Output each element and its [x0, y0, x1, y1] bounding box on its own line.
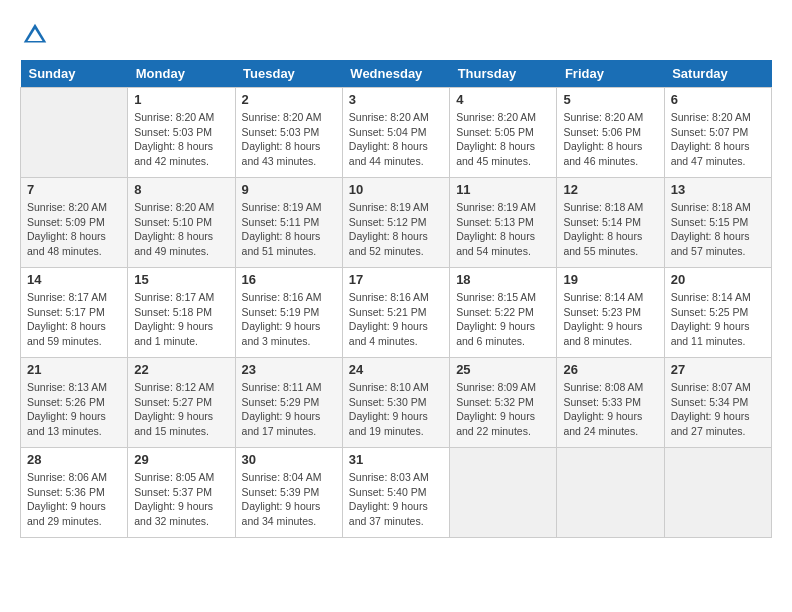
cell-info-text: Sunrise: 8:18 AM Sunset: 5:15 PM Dayligh… — [671, 200, 765, 259]
calendar-week-5: 28Sunrise: 8:06 AM Sunset: 5:36 PM Dayli… — [21, 448, 772, 538]
cell-info-text: Sunrise: 8:14 AM Sunset: 5:23 PM Dayligh… — [563, 290, 657, 349]
calendar-table: SundayMondayTuesdayWednesdayThursdayFrid… — [20, 60, 772, 538]
cell-date-number: 24 — [349, 362, 443, 377]
cell-info-text: Sunrise: 8:09 AM Sunset: 5:32 PM Dayligh… — [456, 380, 550, 439]
calendar-cell: 11Sunrise: 8:19 AM Sunset: 5:13 PM Dayli… — [450, 178, 557, 268]
cell-info-text: Sunrise: 8:05 AM Sunset: 5:37 PM Dayligh… — [134, 470, 228, 529]
calendar-cell: 29Sunrise: 8:05 AM Sunset: 5:37 PM Dayli… — [128, 448, 235, 538]
calendar-cell: 14Sunrise: 8:17 AM Sunset: 5:17 PM Dayli… — [21, 268, 128, 358]
calendar-header-row: SundayMondayTuesdayWednesdayThursdayFrid… — [21, 60, 772, 88]
cell-info-text: Sunrise: 8:20 AM Sunset: 5:06 PM Dayligh… — [563, 110, 657, 169]
calendar-cell: 10Sunrise: 8:19 AM Sunset: 5:12 PM Dayli… — [342, 178, 449, 268]
calendar-cell: 13Sunrise: 8:18 AM Sunset: 5:15 PM Dayli… — [664, 178, 771, 268]
cell-date-number: 27 — [671, 362, 765, 377]
calendar-cell: 5Sunrise: 8:20 AM Sunset: 5:06 PM Daylig… — [557, 88, 664, 178]
calendar-cell: 8Sunrise: 8:20 AM Sunset: 5:10 PM Daylig… — [128, 178, 235, 268]
cell-info-text: Sunrise: 8:14 AM Sunset: 5:25 PM Dayligh… — [671, 290, 765, 349]
calendar-cell: 31Sunrise: 8:03 AM Sunset: 5:40 PM Dayli… — [342, 448, 449, 538]
logo-icon — [20, 20, 50, 50]
cell-info-text: Sunrise: 8:13 AM Sunset: 5:26 PM Dayligh… — [27, 380, 121, 439]
calendar-week-2: 7Sunrise: 8:20 AM Sunset: 5:09 PM Daylig… — [21, 178, 772, 268]
calendar-cell: 22Sunrise: 8:12 AM Sunset: 5:27 PM Dayli… — [128, 358, 235, 448]
cell-date-number: 9 — [242, 182, 336, 197]
cell-info-text: Sunrise: 8:20 AM Sunset: 5:09 PM Dayligh… — [27, 200, 121, 259]
cell-date-number: 16 — [242, 272, 336, 287]
calendar-cell — [21, 88, 128, 178]
cell-info-text: Sunrise: 8:20 AM Sunset: 5:07 PM Dayligh… — [671, 110, 765, 169]
calendar-cell: 19Sunrise: 8:14 AM Sunset: 5:23 PM Dayli… — [557, 268, 664, 358]
cell-date-number: 13 — [671, 182, 765, 197]
logo — [20, 20, 54, 50]
cell-date-number: 2 — [242, 92, 336, 107]
cell-date-number: 19 — [563, 272, 657, 287]
cell-info-text: Sunrise: 8:17 AM Sunset: 5:18 PM Dayligh… — [134, 290, 228, 349]
calendar-cell: 28Sunrise: 8:06 AM Sunset: 5:36 PM Dayli… — [21, 448, 128, 538]
cell-info-text: Sunrise: 8:19 AM Sunset: 5:11 PM Dayligh… — [242, 200, 336, 259]
cell-info-text: Sunrise: 8:20 AM Sunset: 5:04 PM Dayligh… — [349, 110, 443, 169]
day-header-friday: Friday — [557, 60, 664, 88]
cell-info-text: Sunrise: 8:07 AM Sunset: 5:34 PM Dayligh… — [671, 380, 765, 439]
calendar-cell: 27Sunrise: 8:07 AM Sunset: 5:34 PM Dayli… — [664, 358, 771, 448]
cell-info-text: Sunrise: 8:12 AM Sunset: 5:27 PM Dayligh… — [134, 380, 228, 439]
calendar-week-3: 14Sunrise: 8:17 AM Sunset: 5:17 PM Dayli… — [21, 268, 772, 358]
calendar-cell: 24Sunrise: 8:10 AM Sunset: 5:30 PM Dayli… — [342, 358, 449, 448]
cell-date-number: 18 — [456, 272, 550, 287]
cell-date-number: 23 — [242, 362, 336, 377]
cell-date-number: 6 — [671, 92, 765, 107]
cell-info-text: Sunrise: 8:19 AM Sunset: 5:12 PM Dayligh… — [349, 200, 443, 259]
calendar-week-4: 21Sunrise: 8:13 AM Sunset: 5:26 PM Dayli… — [21, 358, 772, 448]
calendar-cell: 20Sunrise: 8:14 AM Sunset: 5:25 PM Dayli… — [664, 268, 771, 358]
calendar-cell: 25Sunrise: 8:09 AM Sunset: 5:32 PM Dayli… — [450, 358, 557, 448]
day-header-monday: Monday — [128, 60, 235, 88]
day-header-tuesday: Tuesday — [235, 60, 342, 88]
cell-date-number: 11 — [456, 182, 550, 197]
day-header-wednesday: Wednesday — [342, 60, 449, 88]
cell-date-number: 29 — [134, 452, 228, 467]
cell-info-text: Sunrise: 8:20 AM Sunset: 5:10 PM Dayligh… — [134, 200, 228, 259]
cell-date-number: 25 — [456, 362, 550, 377]
cell-info-text: Sunrise: 8:20 AM Sunset: 5:05 PM Dayligh… — [456, 110, 550, 169]
cell-date-number: 5 — [563, 92, 657, 107]
cell-info-text: Sunrise: 8:20 AM Sunset: 5:03 PM Dayligh… — [134, 110, 228, 169]
cell-info-text: Sunrise: 8:10 AM Sunset: 5:30 PM Dayligh… — [349, 380, 443, 439]
calendar-cell — [557, 448, 664, 538]
calendar-cell: 17Sunrise: 8:16 AM Sunset: 5:21 PM Dayli… — [342, 268, 449, 358]
cell-info-text: Sunrise: 8:06 AM Sunset: 5:36 PM Dayligh… — [27, 470, 121, 529]
calendar-cell — [450, 448, 557, 538]
calendar-cell — [664, 448, 771, 538]
cell-info-text: Sunrise: 8:16 AM Sunset: 5:19 PM Dayligh… — [242, 290, 336, 349]
cell-date-number: 7 — [27, 182, 121, 197]
day-header-sunday: Sunday — [21, 60, 128, 88]
cell-date-number: 15 — [134, 272, 228, 287]
cell-info-text: Sunrise: 8:20 AM Sunset: 5:03 PM Dayligh… — [242, 110, 336, 169]
cell-date-number: 10 — [349, 182, 443, 197]
day-header-saturday: Saturday — [664, 60, 771, 88]
calendar-cell: 3Sunrise: 8:20 AM Sunset: 5:04 PM Daylig… — [342, 88, 449, 178]
calendar-cell: 21Sunrise: 8:13 AM Sunset: 5:26 PM Dayli… — [21, 358, 128, 448]
calendar-cell: 26Sunrise: 8:08 AM Sunset: 5:33 PM Dayli… — [557, 358, 664, 448]
cell-info-text: Sunrise: 8:04 AM Sunset: 5:39 PM Dayligh… — [242, 470, 336, 529]
cell-date-number: 30 — [242, 452, 336, 467]
cell-date-number: 31 — [349, 452, 443, 467]
cell-date-number: 14 — [27, 272, 121, 287]
cell-date-number: 4 — [456, 92, 550, 107]
cell-info-text: Sunrise: 8:15 AM Sunset: 5:22 PM Dayligh… — [456, 290, 550, 349]
calendar-cell: 18Sunrise: 8:15 AM Sunset: 5:22 PM Dayli… — [450, 268, 557, 358]
cell-info-text: Sunrise: 8:08 AM Sunset: 5:33 PM Dayligh… — [563, 380, 657, 439]
day-header-thursday: Thursday — [450, 60, 557, 88]
cell-date-number: 3 — [349, 92, 443, 107]
cell-date-number: 22 — [134, 362, 228, 377]
calendar-cell: 12Sunrise: 8:18 AM Sunset: 5:14 PM Dayli… — [557, 178, 664, 268]
cell-info-text: Sunrise: 8:19 AM Sunset: 5:13 PM Dayligh… — [456, 200, 550, 259]
calendar-cell: 1Sunrise: 8:20 AM Sunset: 5:03 PM Daylig… — [128, 88, 235, 178]
cell-date-number: 1 — [134, 92, 228, 107]
calendar-cell: 4Sunrise: 8:20 AM Sunset: 5:05 PM Daylig… — [450, 88, 557, 178]
calendar-cell: 30Sunrise: 8:04 AM Sunset: 5:39 PM Dayli… — [235, 448, 342, 538]
page-header — [20, 20, 772, 50]
cell-info-text: Sunrise: 8:11 AM Sunset: 5:29 PM Dayligh… — [242, 380, 336, 439]
cell-info-text: Sunrise: 8:17 AM Sunset: 5:17 PM Dayligh… — [27, 290, 121, 349]
calendar-cell: 9Sunrise: 8:19 AM Sunset: 5:11 PM Daylig… — [235, 178, 342, 268]
cell-date-number: 26 — [563, 362, 657, 377]
cell-info-text: Sunrise: 8:16 AM Sunset: 5:21 PM Dayligh… — [349, 290, 443, 349]
calendar-cell: 6Sunrise: 8:20 AM Sunset: 5:07 PM Daylig… — [664, 88, 771, 178]
